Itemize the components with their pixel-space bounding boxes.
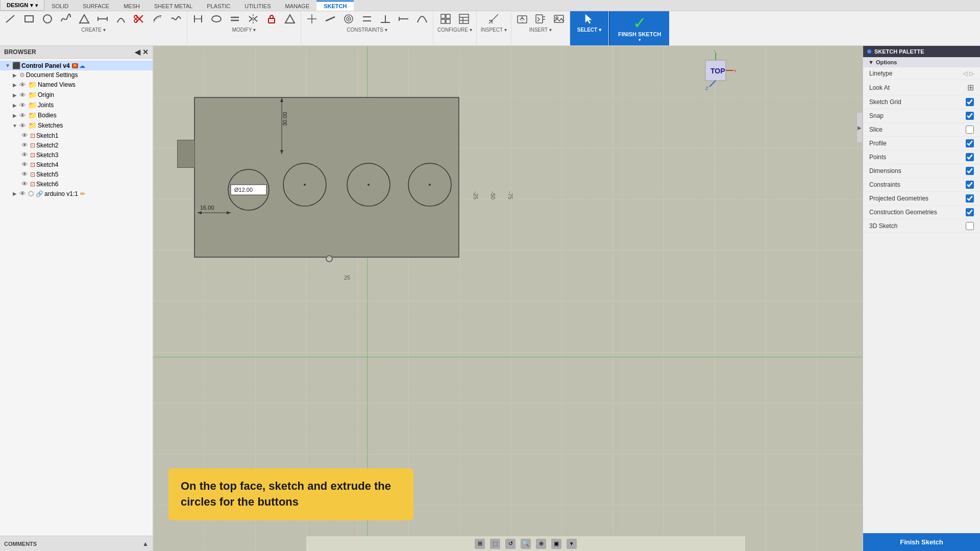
horizontal-constraint[interactable]: [395, 11, 412, 27]
tree-item-doc-settings[interactable]: ▶ ⚙ Document Settings: [0, 70, 153, 80]
slice-checkbox[interactable]: [966, 126, 974, 134]
offset-tool[interactable]: [149, 11, 166, 27]
tree-expand-doc[interactable]: ▶: [11, 71, 18, 79]
look-at-icon[interactable]: ⊞: [967, 83, 974, 92]
perspective-status-icon[interactable]: ⬚: [490, 539, 500, 549]
tree-item-origin[interactable]: ▶ 👁 📁 Origin: [0, 90, 153, 100]
insert-dropdown[interactable]: INSERT: [527, 27, 554, 33]
tree-item-sketch4-label: Sketch4: [36, 161, 58, 168]
palette-collapse-handle[interactable]: ▶: [856, 112, 863, 143]
tree-expand-arduino[interactable]: ▶: [11, 190, 18, 197]
tree-item-sketch1[interactable]: 👁 ⊡ Sketch1: [0, 131, 153, 140]
palette-sketch-grid-label: Sketch Grid: [869, 98, 901, 106]
linetype-right-icon[interactable]: ▷: [969, 70, 974, 77]
tree-item-joints[interactable]: ▶ 👁 📁 Joints: [0, 100, 153, 110]
tree-item-sketches[interactable]: ▼ 👁 📁 Sketches: [0, 120, 153, 131]
linetype-left-icon[interactable]: ◁: [963, 70, 967, 77]
canvas-area[interactable]: 30.00 Ø12.00 16.00: [153, 46, 863, 551]
tree-expand-joints[interactable]: ▶: [11, 102, 18, 109]
tree-item-sketch4[interactable]: 👁 ⊡ Sketch4: [0, 160, 153, 169]
mirror-tool[interactable]: [244, 11, 262, 27]
tree-expand-bodies[interactable]: ▶: [11, 112, 18, 119]
arduino-edit-icon[interactable]: ✏: [80, 190, 85, 197]
tree-item-arduino[interactable]: ▶ 👁 ⬡ 🔗 arduino v1:1 ✏: [0, 189, 153, 198]
constraints-dropdown[interactable]: CONSTRAINTS: [345, 27, 389, 33]
sketch-dimension-tool[interactable]: [189, 11, 207, 27]
modify-dropdown[interactable]: MODIFY: [230, 27, 258, 33]
insert-dxf[interactable]: [532, 11, 549, 27]
tab-solid[interactable]: SOLID: [44, 2, 76, 11]
display-mode-icon[interactable]: ▣: [551, 539, 561, 549]
tab-sketch[interactable]: SKETCH: [316, 1, 354, 11]
select-cursor-icon[interactable]: [580, 11, 598, 27]
inspect-dropdown[interactable]: INSPECT: [479, 27, 509, 33]
ellipse-tool[interactable]: [208, 11, 225, 27]
projected-geo-checkbox[interactable]: [966, 194, 974, 203]
table-configure[interactable]: [455, 11, 473, 27]
tree-item-bodies[interactable]: ▶ 👁 📁 Bodies: [0, 110, 153, 120]
configure-dropdown[interactable]: CONFIGURE: [435, 27, 474, 33]
arc-tool[interactable]: [112, 11, 130, 27]
line-tool[interactable]: [2, 11, 19, 27]
tree-expand-root[interactable]: ▼: [4, 62, 11, 69]
tangent-constraint[interactable]: [413, 11, 431, 27]
browser-close-icon[interactable]: ✕: [142, 48, 149, 56]
constraints-checkbox[interactable]: [966, 181, 974, 189]
select-dropdown[interactable]: SELECT: [575, 27, 603, 33]
tree-item-root[interactable]: ▼ ⬛ Control Panel v4 R ☁: [0, 61, 153, 70]
points-checkbox[interactable]: [966, 153, 974, 161]
tab-mesh[interactable]: MESH: [116, 2, 147, 11]
more-view-icon[interactable]: ▾: [567, 539, 577, 549]
perpendicular-constraint[interactable]: [377, 11, 394, 27]
tree-expand-origin[interactable]: ▶: [11, 91, 18, 98]
tree-item-sketch3[interactable]: 👁 ⊡ Sketch3: [0, 150, 153, 160]
circle-tool[interactable]: [39, 11, 56, 27]
tab-plastic[interactable]: PLASTIC: [200, 2, 237, 11]
dimensions-checkbox[interactable]: [966, 167, 974, 175]
orbit-status-icon[interactable]: ↺: [505, 539, 516, 549]
equal-constraint[interactable]: [226, 11, 243, 27]
browser-collapse-icon[interactable]: ◀: [135, 48, 140, 56]
spline-tool[interactable]: [57, 11, 75, 27]
insert-image[interactable]: [513, 11, 531, 27]
tree-item-named-views[interactable]: ▶ 👁 📁 Named Views: [0, 80, 153, 90]
finish-sketch-palette-button[interactable]: Finish Sketch: [863, 533, 980, 551]
finish-sketch-btn[interactable]: ✓ FINISH SKETCH ▾: [609, 11, 669, 45]
create-dropdown[interactable]: CREATE: [79, 27, 108, 33]
zoom-in-status-icon[interactable]: ⊕: [536, 539, 546, 549]
tab-sheet-metal[interactable]: SHEET METAL: [147, 2, 200, 11]
collinear-constraint[interactable]: [322, 11, 339, 27]
triangle-tool[interactable]: [76, 11, 93, 27]
palette-options-header[interactable]: ▼ Options: [863, 57, 980, 67]
dimension-tool[interactable]: [94, 11, 111, 27]
scale-tool[interactable]: [281, 11, 299, 27]
insert-image2[interactable]: [550, 11, 568, 27]
design-button[interactable]: DESIGN ▾: [0, 0, 44, 11]
grid-status-icon[interactable]: ⊞: [475, 539, 485, 549]
concentric-constraint[interactable]: [340, 11, 357, 27]
tree-item-sketch6[interactable]: 👁 ⊡ Sketch6: [0, 179, 153, 189]
lock-tool[interactable]: [263, 11, 280, 27]
grid-configure[interactable]: [437, 11, 454, 27]
tree-expand-named-views[interactable]: ▶: [11, 81, 18, 88]
parallel-constraint[interactable]: [358, 11, 376, 27]
coincident-constraint[interactable]: [303, 11, 321, 27]
profile-checkbox[interactable]: [966, 139, 974, 147]
rectangle-tool[interactable]: [20, 11, 38, 27]
tab-manage[interactable]: MANAGE: [278, 2, 317, 11]
tab-surface[interactable]: SURFACE: [76, 2, 116, 11]
freeform-tool[interactable]: [167, 11, 185, 27]
construction-geo-checkbox[interactable]: [966, 208, 974, 216]
comments-toggle-icon[interactable]: ▲: [142, 540, 149, 547]
tree-expand-sketches[interactable]: ▼: [11, 122, 18, 129]
tree-item-sketch5[interactable]: 👁 ⊡ Sketch5: [0, 169, 153, 179]
sketch-grid-checkbox[interactable]: [966, 98, 974, 106]
tree-item-sketch2[interactable]: 👁 ⊡ Sketch2: [0, 140, 153, 150]
measure-tool[interactable]: [485, 11, 502, 27]
snap-checkbox[interactable]: [966, 112, 974, 120]
zoom-status-icon[interactable]: 🔍: [521, 539, 531, 549]
trim-tool[interactable]: [131, 11, 148, 27]
3d-sketch-checkbox[interactable]: [966, 222, 974, 230]
finish-sketch-label: FINISH SKETCH: [618, 31, 661, 37]
tab-utilities[interactable]: UTILITIES: [237, 2, 278, 11]
